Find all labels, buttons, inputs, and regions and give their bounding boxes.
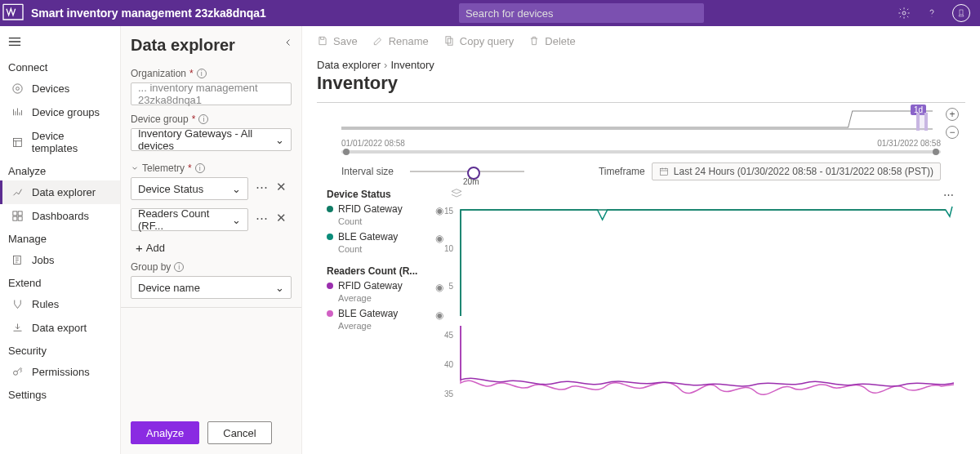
delete-button[interactable]: Delete bbox=[528, 35, 576, 47]
analyze-button[interactable]: Analyze bbox=[131, 421, 199, 444]
app-title: Smart inventory management 23zka8dnqa1 bbox=[31, 7, 266, 20]
zoom-in-button[interactable]: + bbox=[946, 108, 959, 121]
nav-section-connect: Connect bbox=[0, 56, 120, 77]
interval-slider[interactable] bbox=[410, 171, 524, 172]
close-icon[interactable]: ✕ bbox=[274, 180, 287, 194]
info-icon[interactable]: i bbox=[195, 163, 205, 173]
account-icon[interactable] bbox=[952, 4, 970, 22]
cancel-button[interactable]: Cancel bbox=[207, 421, 271, 444]
legend-heading-device-status: Device Status bbox=[327, 189, 432, 200]
groupby-label: Group byi bbox=[131, 261, 292, 273]
svg-point-0 bbox=[902, 11, 906, 15]
panel-title: Data explorer bbox=[131, 36, 292, 55]
page-title: Inventory bbox=[302, 71, 980, 102]
breadcrumb-root[interactable]: Data explorer bbox=[317, 59, 381, 71]
help-icon[interactable] bbox=[924, 6, 939, 20]
collapse-icon[interactable] bbox=[283, 38, 293, 50]
hamburger-icon[interactable] bbox=[0, 33, 120, 56]
org-select[interactable]: ... inventory management 23zka8dnqa1 bbox=[131, 82, 292, 105]
chevron-down-icon: ⌄ bbox=[275, 134, 284, 146]
telemetry-label: Telemetry*i bbox=[131, 162, 292, 174]
telemetry-select-1[interactable]: Device Status⌄ bbox=[131, 177, 248, 200]
waffle-icon[interactable] bbox=[0, 0, 26, 26]
nav-item-jobs[interactable]: Jobs bbox=[0, 248, 120, 272]
svg-rect-8 bbox=[18, 216, 22, 220]
nav-section-settings: Settings bbox=[0, 384, 120, 404]
svg-rect-6 bbox=[18, 211, 22, 216]
svg-rect-5 bbox=[13, 211, 17, 216]
readers-count-chart bbox=[457, 326, 954, 416]
chevron-down-icon: ⌄ bbox=[232, 214, 241, 226]
nav-item-device-templates[interactable]: Device templates bbox=[0, 124, 120, 160]
svg-rect-11 bbox=[446, 37, 451, 43]
nav-item-dashboards[interactable]: Dashboards bbox=[0, 204, 120, 228]
nav-item-data-export[interactable]: Data export bbox=[0, 316, 120, 340]
breadcrumb-leaf: Inventory bbox=[390, 59, 434, 71]
close-icon[interactable]: ✕ bbox=[274, 211, 287, 225]
timeline-start: 01/01/2022 08:58 bbox=[341, 139, 405, 148]
interval-value: 20m bbox=[463, 177, 479, 186]
device-group-label: Device group*i bbox=[131, 114, 292, 125]
nav-item-rules[interactable]: Rules bbox=[0, 292, 120, 316]
nav-item-data-explorer[interactable]: Data explorer bbox=[0, 180, 120, 204]
scrub-thumb-end[interactable] bbox=[933, 149, 939, 155]
groupby-select[interactable]: Device name⌄ bbox=[131, 276, 292, 299]
nav-item-permissions[interactable]: Permissions bbox=[0, 360, 120, 384]
nav-section-extend: Extend bbox=[0, 272, 120, 292]
more-icon[interactable]: ⋯ bbox=[943, 189, 954, 201]
svg-rect-7 bbox=[13, 216, 17, 220]
chevron-down-icon: ⌄ bbox=[232, 183, 241, 195]
rename-button[interactable]: Rename bbox=[372, 35, 429, 47]
copy-query-button[interactable]: Copy query bbox=[443, 35, 514, 47]
nav-item-device-groups[interactable]: Device groups bbox=[0, 100, 120, 124]
chevron-down-icon: ⌄ bbox=[275, 282, 284, 294]
timeframe-picker[interactable]: Last 24 Hours (01/30/2022 08:58 - 01/31/… bbox=[652, 162, 941, 180]
org-label: Organization*i bbox=[131, 68, 292, 79]
nav-section-analyze: Analyze bbox=[0, 160, 120, 180]
timeframe-label: Timeframe bbox=[599, 166, 645, 177]
more-icon[interactable]: ⋯ bbox=[255, 211, 268, 225]
svg-point-10 bbox=[14, 371, 18, 375]
nav-item-devices[interactable]: Devices bbox=[0, 77, 120, 100]
range-handle[interactable] bbox=[916, 113, 928, 131]
breadcrumb: Data explorer›Inventory bbox=[302, 56, 980, 71]
info-icon[interactable]: i bbox=[197, 69, 207, 78]
search-input[interactable]: Search for devices bbox=[459, 3, 704, 23]
nav-section-manage: Manage bbox=[0, 228, 120, 248]
overview-timeline[interactable]: 1d bbox=[341, 106, 933, 139]
telemetry-select-2[interactable]: Readers Count (RF...⌄ bbox=[131, 208, 248, 231]
more-icon[interactable]: ⋯ bbox=[255, 180, 268, 194]
legend-item[interactable]: RFID Gateway◉ bbox=[327, 280, 432, 292]
zoom-out-button[interactable]: − bbox=[946, 126, 959, 139]
info-icon[interactable]: i bbox=[174, 262, 184, 272]
nav-section-security: Security bbox=[0, 340, 120, 360]
timeline-end: 01/31/2022 08:58 bbox=[877, 139, 941, 148]
scrub-thumb-start[interactable] bbox=[343, 149, 350, 155]
svg-rect-1 bbox=[960, 10, 963, 15]
layers-icon[interactable] bbox=[450, 187, 463, 203]
legend-item[interactable]: BLE Gateway◉ bbox=[327, 231, 432, 243]
svg-point-2 bbox=[13, 84, 22, 93]
legend-item[interactable]: BLE Gateway◉ bbox=[327, 308, 432, 319]
interval-label: Interval size bbox=[341, 166, 394, 177]
device-status-chart bbox=[457, 202, 954, 316]
svg-rect-13 bbox=[660, 169, 667, 176]
legend-item[interactable]: RFID Gateway◉ bbox=[327, 203, 432, 215]
add-telemetry-button[interactable]: +Add bbox=[131, 238, 292, 258]
svg-point-3 bbox=[16, 87, 20, 91]
timeline-scrubber[interactable] bbox=[341, 149, 941, 154]
svg-rect-12 bbox=[448, 38, 452, 45]
chart-plot[interactable]: ⋯ 15 10 5 45 40 35 bbox=[432, 187, 957, 336]
info-icon[interactable]: i bbox=[198, 114, 208, 124]
gear-icon[interactable] bbox=[897, 6, 911, 20]
device-group-select[interactable]: Inventory Gateways - All devices⌄ bbox=[131, 128, 292, 151]
legend-heading-readers-count: Readers Count (R... bbox=[327, 265, 432, 277]
svg-rect-4 bbox=[13, 138, 21, 146]
save-button[interactable]: Save bbox=[317, 35, 358, 47]
